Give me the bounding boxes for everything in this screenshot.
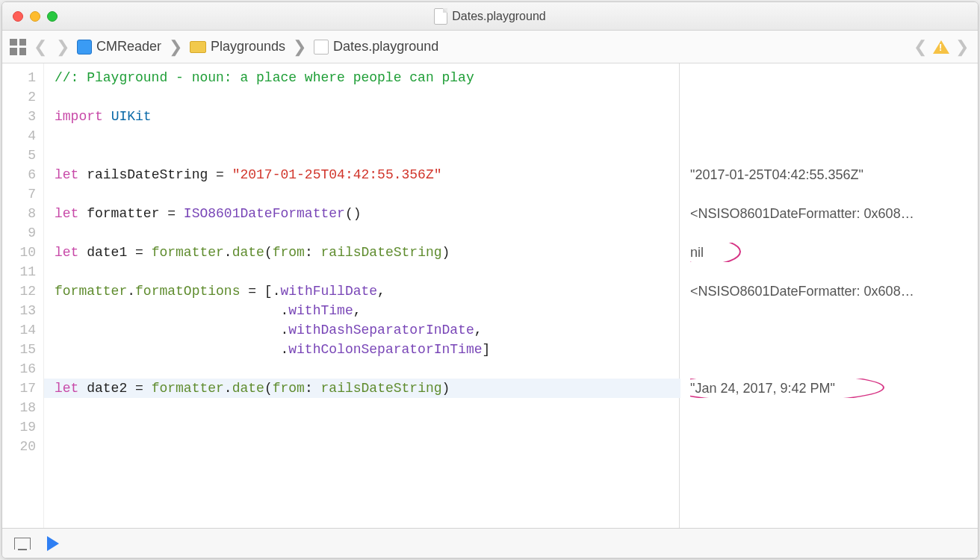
identifier: date1 [87,245,127,260]
line-number: 3 [2,107,36,126]
issue-back-button[interactable]: ❮ [912,37,928,57]
line-number: 1 [2,68,36,87]
debug-bar [2,528,978,558]
identifier: UIKit [111,109,152,124]
line-number: 2 [2,87,36,107]
line-number: 17 [2,379,36,398]
minimize-button[interactable] [30,11,40,22]
breadcrumb-project-label: CMReader [96,39,161,55]
traffic-lights [13,11,58,22]
close-button[interactable] [13,11,23,22]
breadcrumb-folder[interactable]: Playgrounds [190,39,285,55]
line-gutter: 1 2 3 4 5 6 7 8 9 10 11 12 13 14 15 16 1… [2,63,44,528]
keyword: let [55,245,78,260]
result-value[interactable]: <NSISO8601DateFormatter: 0x608… [690,204,978,223]
identifier: date2 [87,381,127,396]
identifier: formatter [87,206,159,221]
xcode-window: Dates.playground ❮ ❯ CMReader ❯ Playgrou… [1,1,979,559]
zoom-button[interactable] [47,11,58,22]
toggle-debug-button[interactable] [14,538,31,550]
breadcrumb-file[interactable]: Dates.playground [314,39,438,55]
line-number: 15 [2,340,36,359]
line-number: 18 [2,398,36,417]
title-text: Dates.playground [452,10,545,23]
line-number: 16 [2,359,36,379]
nav-back-button[interactable]: ❮ [32,37,49,57]
swift-file-icon [434,8,447,25]
keyword: let [55,381,78,396]
line-number: 7 [2,184,36,204]
line-number: 6 [2,165,36,184]
issue-forward-button[interactable]: ❯ [954,37,970,57]
jump-bar: ❮ ❯ CMReader ❯ Playgrounds ❯ Dates.playg… [2,31,978,63]
results-sidebar: "2017-01-25T04:42:55.356Z" <NSISO8601Dat… [679,63,978,528]
identifier: railsDateString [87,167,208,182]
result-value[interactable]: <NSISO8601DateFormatter: 0x608… [690,281,978,301]
project-icon [77,40,92,55]
related-items-button[interactable] [10,39,26,55]
type-name: ISO8601DateFormatter [184,206,345,221]
window-title: Dates.playground [2,8,978,25]
keyword: let [55,206,78,221]
line-number: 10 [2,243,36,262]
line-number: 19 [2,417,36,437]
code-editor[interactable]: //: Playground - noun: a place where peo… [44,63,679,528]
line-number: 12 [2,281,36,301]
breadcrumb-file-label: Dates.playground [333,39,438,55]
titlebar: Dates.playground [2,2,978,31]
line-number: 14 [2,320,36,340]
keyword: import [55,109,103,124]
code-comment: //: Playground - noun: a place where peo… [55,70,474,85]
line-number: 11 [2,262,36,281]
line-number: 5 [2,146,36,165]
nav-forward-button[interactable]: ❯ [55,37,71,57]
run-button[interactable] [47,536,59,551]
line-number: 8 [2,204,36,223]
swift-file-icon [314,40,329,55]
breadcrumb-project[interactable]: CMReader [77,39,161,55]
line-number: 9 [2,223,36,243]
chevron-right-icon: ❯ [291,37,308,57]
string-literal: "2017-01-25T04:42:55.356Z" [232,167,442,182]
folder-icon [190,41,206,53]
editor-area: 1 2 3 4 5 6 7 8 9 10 11 12 13 14 15 16 1… [2,63,978,528]
result-value[interactable]: nil [690,243,978,262]
line-number: 4 [2,126,36,146]
warning-icon[interactable] [933,40,949,54]
result-value[interactable]: "2017-01-25T04:42:55.356Z" [690,165,978,184]
line-number: 20 [2,437,36,456]
chevron-right-icon: ❯ [167,37,184,57]
result-value[interactable]: "Jan 24, 2017, 9:42 PM" [690,379,978,398]
breadcrumb-folder-label: Playgrounds [211,39,285,55]
keyword: let [55,167,78,182]
line-number: 13 [2,301,36,320]
